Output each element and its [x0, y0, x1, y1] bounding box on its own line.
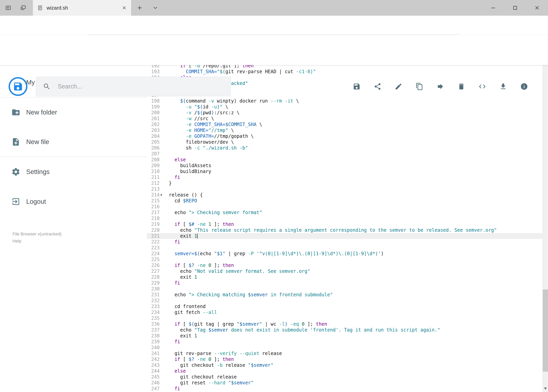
minimize-button[interactable] [482, 0, 504, 16]
code-line-214[interactable]: 214▾release () { [147, 192, 542, 198]
code-text: git rev-parse --verify --quiet release [169, 350, 282, 356]
code-text: semver=$(echo "$1" | grep -P '^v(0|[1-9]… [169, 251, 384, 257]
code-line-202[interactable]: 202 -e COMMIT_SHA=$COMMIT_SHA \ [147, 121, 542, 127]
code-line-221[interactable]: 221 exit 1 [147, 233, 542, 239]
code-line-243[interactable]: 243 git checkout -b release "$semver" [147, 362, 542, 368]
line-number: 246 [147, 380, 160, 386]
sidebar-item-logout[interactable]: Logout [0, 187, 147, 217]
code-line-227[interactable]: 227 echo "Not valid semver format. See s… [147, 268, 542, 274]
fold-marker-icon[interactable]: ▾ [160, 192, 165, 198]
raw-button[interactable] [477, 81, 488, 92]
set-tabs-aside-button[interactable] [1, 0, 15, 16]
code-line-220[interactable]: 220 echo "This release script requires a… [147, 227, 542, 233]
code-line-232[interactable]: 232 [147, 298, 542, 304]
maximize-button[interactable] [504, 0, 526, 16]
code-line-193[interactable]: 193 COMMIT_SHA="$(git rev-parse HEAD | c… [147, 69, 542, 75]
code-line-245[interactable]: 245 git checkout release [147, 374, 542, 380]
code-text: COMMIT_SHA="$(git rev-parse HEAD | cut -… [169, 69, 316, 75]
tab-wizard-sh[interactable]: wizard.sh [33, 0, 131, 16]
code-line-218[interactable]: 218 [147, 216, 542, 221]
code-line-240[interactable]: 240 [147, 345, 542, 350]
code-line-237[interactable]: 237 echo "Tag $semver does not exist in … [147, 327, 542, 333]
code-line-215[interactable]: 215 cd $REPO [147, 198, 542, 204]
code-line-216[interactable]: 216 [147, 204, 542, 210]
search-bar[interactable] [36, 77, 231, 96]
code-line-239[interactable]: 239 fi [147, 339, 542, 345]
code-line-219[interactable]: 219 if [ $# -ne 1 ]; then [147, 221, 542, 227]
tabs-youve-set-aside-button[interactable] [16, 0, 30, 16]
help-link[interactable]: Help [13, 238, 62, 245]
copy-button[interactable] [414, 81, 425, 92]
code-line-208[interactable]: 208 else [147, 157, 542, 163]
line-number: 218 [147, 216, 160, 221]
rename-button[interactable] [393, 81, 404, 92]
code-line-247[interactable]: 247 fi [147, 386, 542, 392]
sidebar-item-new-file[interactable]: New file [0, 127, 147, 157]
move-button[interactable] [435, 81, 446, 92]
code-line-231[interactable]: 231 echo "> Checking matching $semver in… [147, 292, 542, 298]
code-line-233[interactable]: 233 cd frontend [147, 304, 542, 309]
code-line-199[interactable]: 199 -u "$(id -u)" \ [147, 104, 542, 110]
sidebar-item-settings[interactable]: Settings [0, 157, 147, 187]
code-line-198[interactable]: 198 $(command -v winpty) docker run --rm… [147, 98, 542, 104]
info-button[interactable] [519, 81, 530, 92]
delete-button[interactable] [456, 81, 467, 92]
code-line-217[interactable]: 217 echo "> Checking semver format" [147, 210, 542, 216]
code-line-204[interactable]: 204 -e GOPATH=//tmp/gopath \ [147, 133, 542, 139]
share-button[interactable] [372, 81, 383, 92]
code-line-203[interactable]: 203 -e HOME="//tmp" \ [147, 127, 542, 133]
code-line-234[interactable]: 234 git fetch --all [147, 309, 542, 315]
code-text: echo "This release script requires a sin… [169, 227, 497, 233]
save-button[interactable] [351, 81, 362, 92]
scroll-down-arrow[interactable] [544, 387, 547, 390]
maximize-icon [512, 5, 518, 11]
tab-close-icon[interactable] [122, 5, 127, 10]
code-line-230[interactable]: 230 [147, 286, 542, 292]
code-line-205[interactable]: 205 filebrowser/dev \ [147, 139, 542, 145]
close-window-button[interactable] [526, 0, 548, 16]
code-line-206[interactable]: 206 sh -c "./wizard.sh -b" [147, 145, 542, 151]
code-line-207[interactable]: 207 [147, 151, 542, 157]
code-line-223[interactable]: 223 [147, 245, 542, 251]
filebrowser-logo[interactable] [9, 77, 28, 96]
code-line-246[interactable]: 246 git reset --hard "$semver" [147, 380, 542, 386]
code-line-209[interactable]: 209 buildAssets [147, 163, 542, 168]
code-line-211[interactable]: 211 fi [147, 174, 542, 180]
code-line-225[interactable]: 225 [147, 257, 542, 262]
code-text: exit 1 [169, 233, 198, 239]
code-line-228[interactable]: 228 exit 1 [147, 274, 542, 280]
scrollbar-thumb[interactable] [543, 289, 548, 372]
code-line-229[interactable]: 229 fi [147, 280, 542, 286]
page-scrollbar[interactable] [542, 35, 548, 392]
code-line-213[interactable]: 213 [147, 186, 542, 192]
code-line-236[interactable]: 236 if [ $(git tag | grep "$semver" | wc… [147, 321, 542, 327]
sidebar-item-label: New folder [26, 109, 57, 116]
code-line-235[interactable]: 235 [147, 315, 542, 321]
line-number: 208 [147, 157, 160, 163]
code-line-238[interactable]: 238 exit 1 [147, 333, 542, 339]
search-input[interactable] [58, 83, 224, 90]
code-line-241[interactable]: 241 git rev-parse --verify --quiet relea… [147, 350, 542, 356]
code-line-224[interactable]: 224 semver=$(echo "$1" | grep -P '^v(0|[… [147, 251, 542, 257]
line-number: 234 [147, 309, 160, 315]
code-text: if [ $# -ne 1 ]; then [169, 221, 234, 227]
tab-preview-toggle[interactable] [148, 0, 162, 16]
sidebar-item-new-folder[interactable]: New folder [0, 98, 147, 127]
new-tab-button[interactable] [133, 0, 147, 16]
set-tabs-aside-icon [5, 5, 11, 11]
code-line-192[interactable]: 192 if [ -d /repo/.git ]; then [147, 65, 542, 69]
code-line-212[interactable]: 212} [147, 180, 542, 186]
text-cursor [197, 233, 198, 238]
tab-title: wizard.sh [47, 5, 122, 11]
code-line-242[interactable]: 242 if [ $? -ne 0 ]; then [147, 356, 542, 362]
code-line-244[interactable]: 244 else [147, 368, 542, 374]
code-line-222[interactable]: 222 fi [147, 239, 542, 245]
line-number: 224 [147, 251, 160, 257]
code-line-210[interactable]: 210 buildBinary [147, 168, 542, 174]
code-line-201[interactable]: 201 -w //src \ [147, 116, 542, 121]
code-editor[interactable]: 192 if [ -d /repo/.git ]; then193 COMMIT… [147, 65, 542, 392]
code-line-200[interactable]: 200 -v /$(pwd):/src:z \ [147, 110, 542, 116]
download-button[interactable] [498, 81, 509, 92]
search-icon [43, 83, 51, 91]
code-line-226[interactable]: 226 if [ $? -ne 0 ]; then [147, 262, 542, 268]
